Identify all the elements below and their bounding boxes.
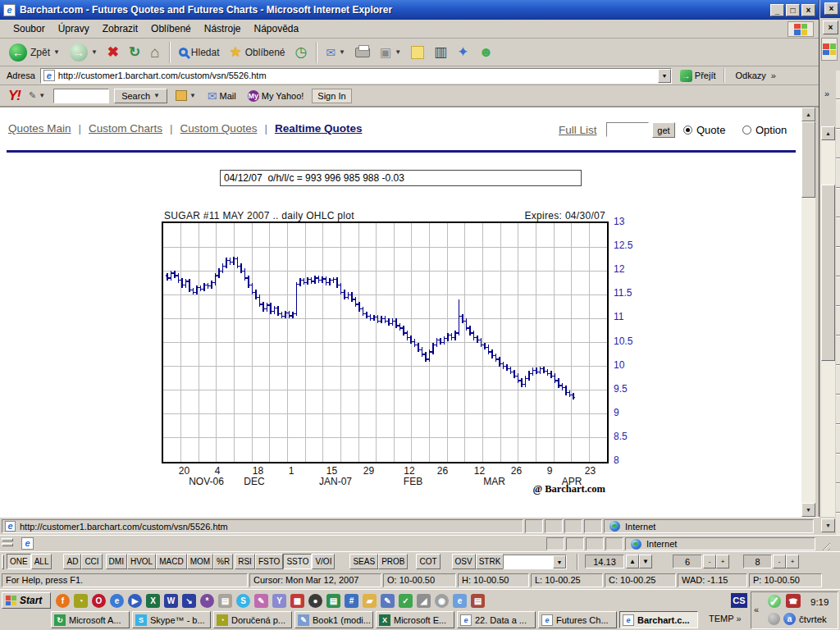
indicator-strk-button[interactable]: STRK	[476, 554, 504, 569]
toolbar-grip[interactable]	[2, 538, 13, 541]
my-yahoo-button[interactable]: MyMy Yahoo!	[244, 89, 308, 103]
scroll-up-button[interactable]: ▲	[801, 107, 815, 121]
combo-dropdown-icon[interactable]: ▼	[553, 555, 566, 568]
address-dropdown-icon[interactable]: ▼	[658, 69, 671, 83]
param2-plus-button[interactable]: +	[786, 555, 799, 568]
back-button[interactable]: ← Zpět▼	[5, 42, 64, 63]
taskbar-button-book1modi[interactable]: ✎Book1 (modi...	[294, 611, 373, 628]
indicator-rsi-button[interactable]: RSI	[235, 554, 255, 569]
address-combo[interactable]: e ▼	[40, 68, 672, 84]
quote-radio[interactable]	[683, 126, 692, 135]
yahoo-mail-button[interactable]: ✉Mail	[204, 88, 240, 104]
close-button[interactable]: ×	[801, 4, 815, 16]
indicator-dmi-button[interactable]: DMI	[106, 554, 127, 569]
nav-link-custom-quotes[interactable]: Custom Quotes	[180, 122, 258, 135]
discuss-button[interactable]: ▥	[430, 43, 451, 61]
menu-úpravy[interactable]: Úpravy	[52, 21, 96, 37]
toolbar-grip[interactable]	[2, 543, 13, 546]
temp-toolbar[interactable]: TEMP »	[709, 614, 742, 623]
param1-minus-button[interactable]: -	[703, 555, 716, 568]
menu-oblíbené[interactable]: Oblíbené	[144, 21, 198, 37]
param1-plus-button[interactable]: +	[716, 555, 729, 568]
notes-button[interactable]	[407, 44, 428, 61]
address-book-icon[interactable]: ▤	[326, 594, 340, 608]
indicator-macd-button[interactable]: MACD	[156, 554, 186, 569]
yahoo-search-input[interactable]	[53, 89, 109, 103]
minimize-button[interactable]: _	[770, 4, 784, 16]
home-button[interactable]: ⌂	[146, 43, 163, 62]
background-scroll-down[interactable]: ▼	[821, 518, 835, 532]
symbol-input[interactable]	[606, 122, 649, 137]
toolbar-overflow-chevron[interactable]: »	[824, 89, 829, 98]
taskbar-button-22dataa[interactable]: e22. Data a ...	[457, 611, 536, 628]
excel-icon[interactable]: X	[146, 594, 160, 608]
messenger-button[interactable]: ☻	[474, 43, 497, 61]
start-button[interactable]: Start	[2, 592, 51, 609]
yahoo-search-button[interactable]: Search▼	[114, 89, 167, 103]
yahoo-sign-in-button[interactable]: Sign In	[312, 89, 351, 103]
opera-icon[interactable]: O	[92, 594, 106, 608]
mail-dropdown-icon[interactable]: ▼	[339, 48, 345, 56]
taskbar-button-futuresch[interactable]: eFutures Ch...	[538, 611, 617, 628]
taskbar-button-skypeb[interactable]: SSkype™ - b...	[132, 611, 211, 628]
indicator-ssto-button[interactable]: SSTO	[283, 554, 312, 569]
param2-minus-button[interactable]: -	[773, 555, 786, 568]
menu-soubor[interactable]: Soubor	[7, 21, 52, 37]
tray-icon-disc[interactable]	[768, 613, 780, 625]
online-status-icon[interactable]: ✓	[768, 595, 781, 608]
indicator-mom-button[interactable]: MOM	[187, 554, 213, 569]
folder-icon[interactable]: ▰	[363, 594, 377, 608]
skype-icon[interactable]: S	[236, 594, 250, 608]
media-player-icon[interactable]: ▶	[128, 594, 142, 608]
mail-button[interactable]: ✉▼	[322, 45, 349, 60]
research-button[interactable]: ✦	[453, 43, 472, 61]
word-icon[interactable]: W	[164, 594, 178, 608]
indicator-prob-button[interactable]: PROB	[378, 554, 408, 569]
printer-icon[interactable]: ▤	[218, 594, 232, 608]
yahoo-apps-button[interactable]: ▼	[172, 89, 199, 103]
indicator-fsto-button[interactable]: FSTO	[255, 554, 283, 569]
taskbar-button-microsofta[interactable]: ↻Microsoft A...	[51, 611, 130, 628]
indicator-combo[interactable]: ▼	[503, 555, 567, 569]
mail-alert-icon[interactable]: ◔	[74, 594, 88, 608]
go-button[interactable]: → Přejít	[676, 69, 720, 83]
indicator-seas-button[interactable]: SEAS	[349, 554, 378, 569]
nav-link-quotes-main[interactable]: Quotes Main	[8, 122, 71, 135]
page-scrollbar[interactable]: ▲ ▼	[801, 107, 815, 517]
forward-dropdown-icon[interactable]: ▼	[91, 48, 98, 56]
toolbar-grip[interactable]	[2, 555, 4, 569]
tray-collapse-chevron[interactable]: «	[754, 605, 759, 614]
get-button[interactable]: get	[652, 122, 675, 138]
clock[interactable]: 9:19	[810, 597, 829, 607]
address-input[interactable]	[58, 71, 649, 80]
mouse-icon[interactable]: ◉	[435, 594, 449, 608]
scroll-down-button[interactable]: ▼	[801, 503, 815, 517]
indicator-voi-button[interactable]: V/OI	[312, 554, 335, 569]
back-dropdown-icon[interactable]: ▼	[53, 48, 60, 56]
network-places-icon[interactable]: #	[345, 594, 358, 608]
forward-button[interactable]: → ▼	[66, 42, 102, 63]
background-scroll-thumb[interactable]	[821, 185, 835, 361]
background-scroll-up[interactable]: ▲	[821, 126, 835, 140]
links-button[interactable]: Odkazy»	[736, 71, 776, 80]
phone-tray-icon[interactable]: ☎	[786, 594, 801, 608]
wine-icon[interactable]: Y	[272, 594, 286, 608]
language-indicator[interactable]: CS	[731, 593, 747, 608]
yahoo-logo[interactable]: Y!	[8, 88, 21, 104]
taskbar-button-doruenp[interactable]: ◔Doručená p...	[213, 611, 292, 628]
scale-down-button[interactable]: ▼	[639, 555, 652, 568]
option-radio[interactable]	[742, 126, 751, 135]
search-button[interactable]: Hledat	[175, 45, 224, 60]
favorites-button[interactable]: ★ Oblíbené	[226, 43, 290, 61]
quicken-icon[interactable]: ✓	[399, 594, 413, 608]
indicator-one-button[interactable]: ONE	[7, 554, 31, 569]
document-pen-icon[interactable]: ✎	[381, 594, 395, 608]
menu-nástroje[interactable]: Nástroje	[198, 21, 248, 37]
edit-button[interactable]: ▣▼	[376, 44, 405, 60]
indicator-osv-button[interactable]: OSV	[452, 554, 476, 569]
indicator-cci-button[interactable]: CCI	[81, 554, 102, 569]
scale-up-button[interactable]: ▲	[626, 555, 639, 568]
indicator-r-button[interactable]: %R	[213, 554, 233, 569]
indicator-ad-button[interactable]: AD	[63, 554, 81, 569]
background-close-icon[interactable]: ×	[823, 21, 838, 34]
